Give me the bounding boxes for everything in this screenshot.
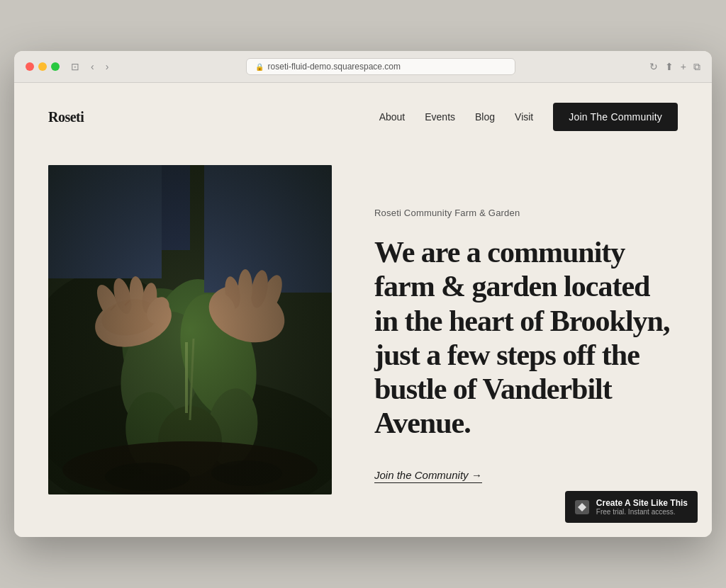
nav-links: About Events Blog Visit Join The Communi… [379,103,678,131]
back-button[interactable]: ‹ [88,60,97,74]
close-button[interactable] [26,62,34,71]
svg-rect-35 [48,165,332,494]
hero-section: Roseti Community Farm & Garden We are a … [14,151,712,537]
hero-subtitle: Roseti Community Farm & Garden [374,208,678,218]
nav-events[interactable]: Events [425,111,455,123]
browser-controls: ⊡ ‹ › [68,60,111,74]
share-button[interactable]: ⬆ [665,61,674,72]
url-text: roseti-fluid-demo.squarespace.com [268,62,401,72]
nav-blog[interactable]: Blog [475,111,495,123]
browser-window: ⊡ ‹ › 🔒 roseti-fluid-demo.squarespace.co… [14,51,712,537]
address-bar[interactable]: 🔒 roseti-fluid-demo.squarespace.com [246,58,515,75]
squarespace-badge[interactable]: Create A Site Like This Free trial. Inst… [565,491,698,523]
nav-about[interactable]: About [379,111,406,123]
nav-visit[interactable]: Visit [515,111,533,123]
badge-subtitle: Free trial. Instant access. [596,508,688,516]
hero-heading: We are a community farm & garden located… [374,235,678,441]
tab-overview-button[interactable]: ⧉ [693,61,700,73]
new-tab-button[interactable]: + [681,61,686,72]
hero-text: Roseti Community Farm & Garden We are a … [374,165,678,483]
join-community-link[interactable]: Join the Community → [374,469,482,483]
refresh-button[interactable]: ↻ [649,61,658,72]
forward-button[interactable]: › [103,60,112,74]
navbar: Roseti About Events Blog Visit Join The … [14,83,712,151]
browser-chrome: ⊡ ‹ › 🔒 roseti-fluid-demo.squarespace.co… [14,51,712,83]
site-logo[interactable]: Roseti [48,109,84,125]
badge-text: Create A Site Like This Free trial. Inst… [596,498,688,516]
minimize-button[interactable] [38,62,47,71]
badge-title: Create A Site Like This [596,498,688,508]
browser-actions: ↻ ⬆ + ⧉ [649,61,700,73]
hero-image [48,165,332,494]
maximize-button[interactable] [51,62,60,71]
traffic-lights [26,62,60,71]
lock-icon: 🔒 [255,63,264,71]
squarespace-icon [575,500,589,514]
window-icon[interactable]: ⊡ [68,60,82,74]
join-community-button[interactable]: Join The Community [553,103,678,131]
page-content: Roseti About Events Blog Visit Join The … [14,83,712,537]
